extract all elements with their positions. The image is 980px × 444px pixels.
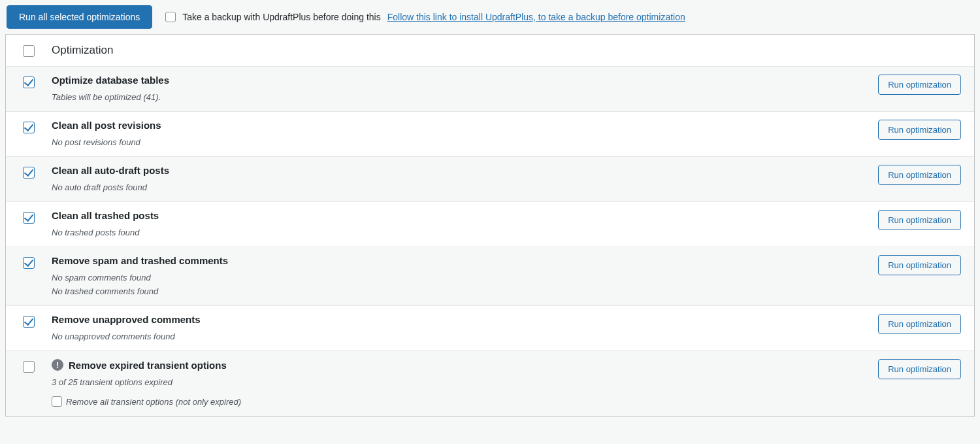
sub-option-checkbox[interactable] [52, 396, 62, 407]
run-optimization-button[interactable]: Run optimization [878, 120, 961, 140]
row-checkbox[interactable] [23, 316, 35, 328]
optimization-desc: 3 of 25 transient options expired [52, 377, 857, 387]
optimization-desc: No post revisions found [52, 137, 857, 147]
optimization-desc: No unapproved comments found [52, 332, 857, 341]
backup-option: Take a backup with UpdraftPlus before do… [165, 12, 685, 22]
header-label: Optimization [52, 44, 113, 56]
page-root: Run all selected optimizations Take a ba… [0, 0, 980, 444]
optimizations-panel: Optimization Optimize database tablesTab… [5, 34, 975, 417]
backup-checkbox[interactable] [165, 12, 176, 22]
run-optimization-button[interactable]: Run optimization [878, 75, 961, 95]
run-optimization-button[interactable]: Run optimization [878, 359, 961, 379]
optimization-desc: No auto draft posts found [52, 182, 857, 192]
optimization-title-text: Optimize database tables [52, 75, 169, 86]
optimization-title: Clean all trashed posts [52, 210, 857, 221]
optimization-desc: No trashed posts found [52, 228, 857, 237]
backup-text: Take a backup with UpdraftPlus before do… [182, 12, 381, 22]
optimization-title-text: Clean all post revisions [52, 120, 161, 131]
optimization-title: Clean all auto-draft posts [52, 165, 857, 176]
run-optimization-button[interactable]: Run optimization [878, 255, 961, 275]
run-optimization-button[interactable]: Run optimization [878, 210, 961, 230]
backup-link[interactable]: Follow this link to install UpdraftPlus,… [387, 12, 685, 22]
optimization-title: Remove spam and trashed comments [52, 255, 857, 266]
optimization-title-text: Remove expired transient options [69, 360, 227, 371]
table-header: Optimization [6, 35, 974, 67]
optimization-title-text: Remove spam and trashed comments [52, 255, 228, 266]
warning-icon: ! [52, 359, 63, 371]
select-all-checkbox[interactable] [23, 45, 35, 57]
optimization-desc: Tables will be optimized (41). [52, 92, 857, 102]
optimization-title: Clean all post revisions [52, 120, 857, 131]
sub-option: Remove all transient options (not only e… [52, 396, 857, 407]
row-checkbox[interactable] [23, 122, 35, 133]
row-checkbox[interactable] [23, 212, 35, 224]
optimization-title-text: Clean all trashed posts [52, 210, 159, 221]
table-row: Clean all auto-draft postsNo auto draft … [6, 157, 974, 202]
run-optimization-button[interactable]: Run optimization [878, 165, 961, 185]
optimization-title: Remove unapproved comments [52, 314, 857, 325]
row-checkbox[interactable] [23, 77, 35, 88]
table-row: !Remove expired transient options3 of 25… [6, 351, 974, 416]
row-checkbox[interactable] [23, 257, 35, 269]
table-row: Clean all post revisionsNo post revision… [6, 112, 974, 157]
row-checkbox[interactable] [23, 361, 35, 373]
table-row: Clean all trashed postsNo trashed posts … [6, 202, 974, 247]
sub-option-label: Remove all transient options (not only e… [66, 397, 241, 407]
top-bar: Run all selected optimizations Take a ba… [0, 0, 980, 34]
optimization-desc: No spam comments foundNo trashed comment… [52, 273, 857, 296]
table-row: Remove spam and trashed commentsNo spam … [6, 247, 974, 306]
run-all-button[interactable]: Run all selected optimizations [7, 5, 152, 29]
optimization-title-text: Clean all auto-draft posts [52, 165, 169, 176]
table-row: Optimize database tablesTables will be o… [6, 67, 974, 112]
optimization-title: !Remove expired transient options [52, 359, 857, 371]
optimization-title: Optimize database tables [52, 75, 857, 86]
run-optimization-button[interactable]: Run optimization [878, 314, 961, 334]
optimization-title-text: Remove unapproved comments [52, 314, 201, 325]
table-row: Remove unapproved commentsNo unapproved … [6, 306, 974, 351]
row-checkbox[interactable] [23, 167, 35, 179]
